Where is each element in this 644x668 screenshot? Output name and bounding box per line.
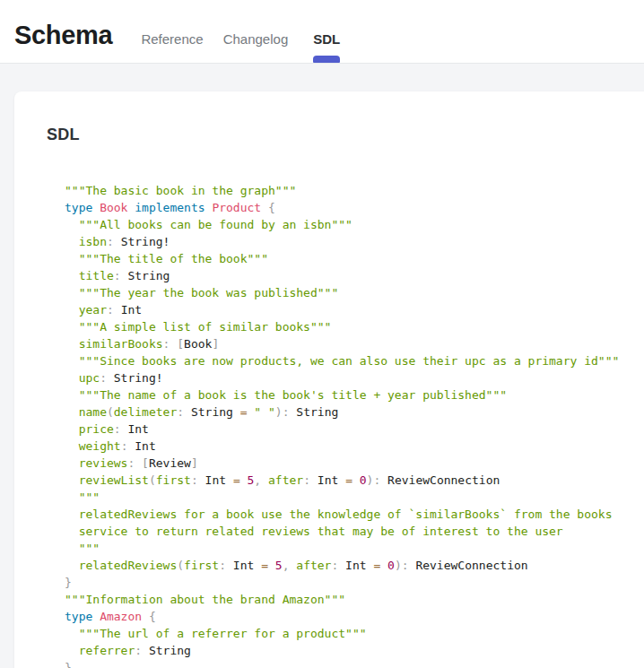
token-punc: : <box>135 644 149 657</box>
token-punc: ] <box>191 456 198 470</box>
code-line: price: Int <box>65 421 644 438</box>
tab-bar: Reference Changelog SDL <box>141 31 340 48</box>
code-line: """The year the book was published""" <box>65 284 644 301</box>
token-plain: ReviewConnection <box>387 473 500 487</box>
token-op: = <box>233 473 248 487</box>
sdl-card: SDL """The basic book in the graph"""typ… <box>14 91 644 668</box>
token-punc: : [ <box>127 456 148 470</box>
tab-changelog[interactable]: Changelog <box>223 31 289 48</box>
code-line: upc: String! <box>65 369 644 386</box>
token-str: " " <box>254 405 274 419</box>
code-line: reviews: [Review] <box>65 455 644 472</box>
code-line: reviewList(first: Int = 5, after: Int = … <box>65 472 644 489</box>
token-attr: after <box>268 473 303 487</box>
token-plain: Int <box>205 473 233 487</box>
token-str: """The url of a referrer for a product""… <box>79 627 367 640</box>
token-punc: } <box>65 661 72 668</box>
token-str: """ <box>79 542 100 555</box>
tab-reference[interactable]: Reference <box>141 31 203 48</box>
token-punc: ): <box>367 473 387 487</box>
token-plain: String <box>149 644 191 657</box>
token-plain: Book <box>184 337 212 351</box>
token-plain: ReviewConnection <box>415 559 527 572</box>
token-attr: weight <box>79 439 121 453</box>
code-line: title: String <box>65 267 644 284</box>
token-attr: referrer <box>79 644 135 657</box>
token-str: service to return related reviews that m… <box>79 525 563 538</box>
token-punc: : <box>191 473 205 487</box>
token-punc: { <box>149 610 156 623</box>
code-line: """The name of a book is the book's titl… <box>65 386 644 403</box>
token-op: = <box>261 559 275 572</box>
code-line: relatedReviews(first: Int = 5, after: In… <box>65 557 644 574</box>
token-attr: isbn <box>79 235 107 248</box>
code-line: """All books can be found by an isbn""" <box>65 216 644 233</box>
token-kw: type <box>65 201 100 214</box>
code-line: isbn: String! <box>65 233 644 250</box>
token-punc: ( <box>177 559 184 572</box>
code-line: service to return related reviews that m… <box>65 523 644 540</box>
token-punc: : <box>100 371 114 385</box>
token-op: = <box>373 559 387 572</box>
code-line: """The url of a referrer for a product""… <box>65 625 644 642</box>
token-punc: , <box>254 473 268 487</box>
token-plain: Int <box>127 422 148 436</box>
token-plain: Int <box>233 559 261 572</box>
tab-sdl-label: SDL <box>313 31 340 47</box>
token-attr: after <box>296 559 331 572</box>
token-punc: : <box>177 405 191 419</box>
code-line: """The basic book in the graph""" <box>65 182 644 199</box>
token-attr: year <box>79 303 107 317</box>
code-line: } <box>65 659 644 668</box>
token-punc: : <box>107 235 121 248</box>
code-line: } <box>65 574 644 591</box>
token-str: """ <box>79 490 100 504</box>
active-tab-indicator <box>313 56 340 63</box>
token-attr: first <box>184 559 219 572</box>
page-title: Schema <box>14 22 112 50</box>
token-punc: : <box>219 559 233 572</box>
token-attr: relatedReviews <box>79 559 178 572</box>
token-attr: title <box>79 269 114 282</box>
sdl-heading: SDL <box>47 126 644 144</box>
code-line: """ <box>65 540 644 557</box>
token-punc: : [ <box>163 337 184 351</box>
token-op: = <box>345 473 360 487</box>
code-line: """Information about the brand Amazon""" <box>65 591 644 608</box>
token-punc: ( <box>107 405 114 419</box>
token-attr: first <box>156 473 191 487</box>
token-punc: ): <box>395 559 415 572</box>
token-cls: Amazon <box>100 610 149 623</box>
tab-sdl[interactable]: SDL <box>313 31 340 48</box>
token-punc: : <box>114 422 128 436</box>
token-punc: : <box>331 559 345 572</box>
code-line: """The title of the book""" <box>65 250 644 267</box>
token-plain: String! <box>114 371 163 385</box>
token-cls: Product <box>212 201 268 214</box>
token-attr: name <box>79 405 107 419</box>
token-cls: Book <box>100 201 135 214</box>
token-str: """All books can be found by an isbn""" <box>79 218 352 231</box>
token-attr: price <box>79 422 114 436</box>
token-attr: delimeter <box>114 405 177 419</box>
token-punc: : <box>121 439 135 453</box>
token-num: 5 <box>275 559 283 572</box>
sdl-code: """The basic book in the graph"""type Bo… <box>65 182 644 668</box>
token-plain: Int <box>135 439 155 453</box>
token-plain: Int <box>345 559 373 572</box>
token-str: """Information about the brand Amazon""" <box>65 593 345 606</box>
token-attr: reviews <box>79 456 128 470</box>
code-line: """ <box>65 489 644 506</box>
token-plain: String <box>296 405 338 419</box>
code-line: type Book implements Product { <box>65 199 644 216</box>
token-plain: String <box>191 405 240 419</box>
code-line: """A simple list of similar books""" <box>65 318 644 335</box>
token-plain: Review <box>149 456 191 470</box>
token-punc: ] <box>212 337 219 351</box>
token-punc: : <box>303 473 318 487</box>
code-line: year: Int <box>65 301 644 318</box>
token-op: = <box>240 405 255 419</box>
token-kw: type <box>65 610 100 623</box>
token-plain: String <box>127 269 170 282</box>
token-attr: reviewList <box>79 473 149 487</box>
